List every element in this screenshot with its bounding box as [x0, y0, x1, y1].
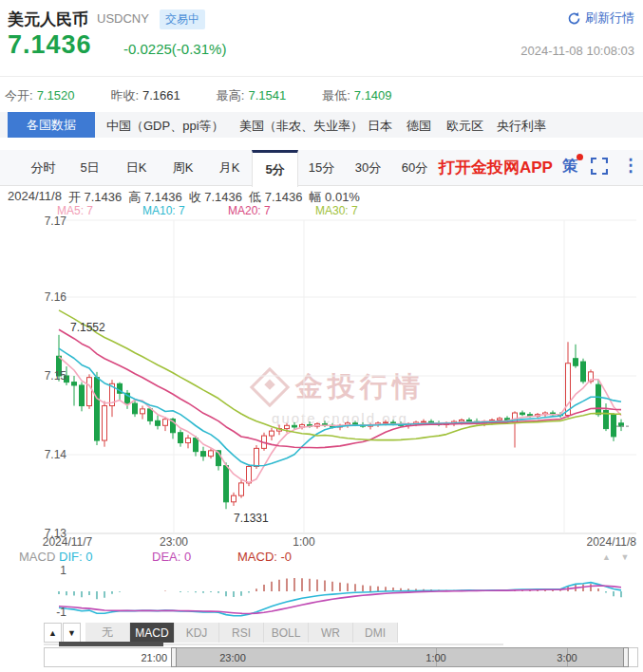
x-axis-label: 2024/11/8 — [568, 535, 636, 549]
ohlc-date: 2024/11/8 — [8, 189, 62, 206]
x-axis-label: 2024/11/7 — [33, 535, 102, 549]
tab-eurozone[interactable]: 欧元区 — [446, 118, 483, 135]
tab-timeline[interactable]: 分时 — [20, 150, 66, 186]
macd-axis-label: 1 — [28, 564, 66, 577]
page-title: 美元人民币 — [8, 9, 88, 30]
tab-indicator-dmi[interactable]: DMI — [353, 623, 398, 643]
fullscreen-icon[interactable] — [591, 158, 608, 178]
tab-indicator-macd-selected[interactable]: MACD — [130, 623, 175, 643]
tab-weekly-k[interactable]: 周K — [160, 150, 206, 186]
datazoom-right-handle[interactable] — [623, 647, 629, 667]
tab-country-data[interactable]: 各国数据 — [8, 112, 95, 138]
price-change: -0.0225(-0.31%) — [123, 41, 226, 57]
watermark-logo-icon — [250, 367, 290, 407]
low-annotation: 7.1331 — [234, 512, 269, 525]
trading-status-badge: 交易中 — [160, 9, 205, 29]
macd-panel-title: MACD — [19, 550, 55, 564]
candlestick-chart-canvas[interactable] — [0, 214, 643, 672]
refresh-quotes-button[interactable]: 刷新行情 — [567, 9, 634, 27]
notification-dot — [577, 154, 583, 160]
high-annotation: 7.1552 — [70, 321, 105, 334]
navigator-label: 21:00 — [123, 652, 167, 663]
datazoom-left-handle[interactable] — [171, 647, 177, 667]
macd-readout: MACD: -0 — [237, 550, 292, 564]
usdcny-quote-page: 美元人民币 USDCNY 交易中 刷新行情 7.1436 -0.0225(-0.… — [0, 0, 643, 672]
navigator-label: 3:00 — [545, 652, 589, 663]
refresh-icon — [567, 11, 581, 26]
tab-germany[interactable]: 德国 — [407, 118, 431, 135]
tab-indicator-boll[interactable]: BOLL — [264, 623, 309, 643]
tab-daily-k[interactable]: 日K — [113, 150, 160, 186]
y-axis-label: 7.17 — [28, 215, 66, 228]
x-axis-label: 23:00 — [150, 535, 198, 549]
ma30-readout: MA30: 7 — [315, 204, 358, 217]
tab-indicator-rsi[interactable]: RSI — [219, 623, 264, 643]
refresh-label: 刷新行情 — [585, 9, 634, 27]
navigator-label: 1:00 — [414, 652, 458, 663]
macd-axis-label: -1 — [28, 606, 66, 619]
current-price: 7.1436 — [8, 30, 92, 60]
open-app-link[interactable]: 打开金投网APP — [439, 157, 553, 178]
y-axis-label: 7.15 — [28, 369, 66, 383]
quote-timestamp: 2024-11-08 10:08:03 — [520, 44, 634, 58]
more-menu-icon[interactable]: ⋮ — [622, 155, 639, 176]
tab-15min[interactable]: 15分 — [298, 150, 345, 186]
indicator-down-button[interactable]: ▼ — [63, 623, 81, 643]
ma20-readout: MA20: 7 — [228, 204, 271, 217]
stat-prev-close: 昨收:7.1661 — [110, 86, 180, 104]
stat-high: 最高:7.1541 — [217, 86, 286, 104]
tab-indicator-none[interactable]: 无 — [85, 623, 130, 643]
x-axis-label: 1:00 — [280, 535, 328, 549]
header-divider — [0, 76, 643, 77]
macd-collapse-arrows[interactable]: ▲ ▼ — [602, 552, 633, 562]
stat-open: 今开:7.1520 — [5, 86, 74, 104]
navigator-label: 23:00 — [211, 652, 255, 663]
tab-central-bank-rates[interactable]: 央行利率 — [497, 118, 546, 135]
tab-us-nfp[interactable]: 美国（非农、失业率） — [239, 118, 363, 135]
symbol-code: USDCNY — [97, 11, 149, 26]
tab-5min-selected[interactable]: 5分 — [252, 150, 298, 187]
strategy-button[interactable]: 策 — [562, 157, 577, 177]
dif-readout: DIF: 0 — [59, 550, 92, 564]
tab-monthly-k[interactable]: 月K — [206, 150, 253, 186]
tab-60min[interactable]: 60分 — [391, 150, 438, 186]
ma10-readout: MA10: 7 — [142, 204, 185, 217]
tab-indicator-wr[interactable]: WR — [309, 623, 353, 643]
y-axis-label: 7.14 — [28, 448, 66, 461]
tabbar-scroll-thumb[interactable] — [59, 642, 163, 646]
y-axis-label: 7.16 — [28, 290, 66, 304]
tab-japan[interactable]: 日本 — [368, 118, 392, 135]
tab-indicator-kdj[interactable]: KDJ — [175, 623, 219, 643]
tab-5day[interactable]: 5日 — [66, 150, 113, 186]
stat-low: 最低:7.1409 — [322, 86, 391, 104]
tab-china-gdp-ppi[interactable]: 中国（GDP、ppi等） — [106, 118, 224, 135]
tab-30min[interactable]: 30分 — [345, 150, 391, 186]
daily-stats-row: 今开:7.1520 昨收:7.1661 最高:7.1541 最低:7.1409 — [5, 86, 392, 104]
watermark: 金投行情 quote.cngold.org — [226, 368, 454, 426]
dea-readout: DEA: 0 — [152, 550, 191, 564]
indicator-up-button[interactable]: ▲ — [44, 623, 62, 643]
